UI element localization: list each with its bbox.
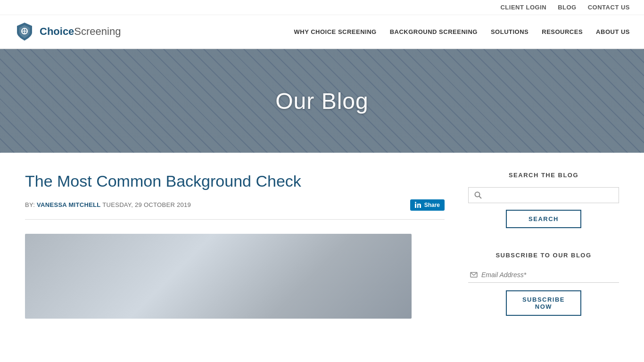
svg-rect-3 bbox=[415, 204, 416, 208]
blog-date: TUESDAY, 29 OCTOBER 2019 bbox=[102, 201, 191, 208]
blog-post-title: The Most Common Background Check bbox=[25, 172, 445, 191]
email-box bbox=[468, 267, 619, 283]
nav-links: WHY CHOICE SCREENING BACKGROUND SCREENIN… bbox=[294, 28, 630, 35]
contact-us-link[interactable]: CONTACT US bbox=[588, 4, 630, 11]
blog-post-image bbox=[25, 234, 412, 319]
subscribe-section: SUBSCRIBE TO OUR BLOG SUBSCRIBE NOW bbox=[468, 252, 619, 316]
sidebar: SEARCH THE BLOG SEARCH SUBSCRIBE TO OUR … bbox=[468, 172, 619, 339]
author-link[interactable]: VANESSA MITCHELL bbox=[37, 201, 101, 208]
subscribe-heading: SUBSCRIBE TO OUR BLOG bbox=[468, 252, 619, 259]
email-icon bbox=[470, 271, 478, 279]
main-nav: ChoiceScreening WHY CHOICE SCREENING BAC… bbox=[0, 15, 644, 49]
divider bbox=[25, 219, 445, 220]
hero-title: Our Blog bbox=[275, 88, 368, 114]
blog-meta: BY: VANESSA MITCHELL TUESDAY, 29 OCTOBER… bbox=[25, 199, 445, 211]
search-button[interactable]: SEARCH bbox=[506, 210, 581, 228]
logo[interactable]: ChoiceScreening bbox=[14, 21, 121, 42]
hero-banner: Our Blog bbox=[0, 49, 644, 153]
search-icon bbox=[474, 191, 482, 199]
email-input[interactable] bbox=[481, 271, 617, 279]
blog-main: The Most Common Background Check BY: VAN… bbox=[25, 172, 445, 339]
blog-meta-left: BY: VANESSA MITCHELL TUESDAY, 29 OCTOBER… bbox=[25, 201, 191, 208]
content-area: The Most Common Background Check BY: VAN… bbox=[11, 153, 633, 358]
search-heading: SEARCH THE BLOG bbox=[468, 172, 619, 179]
top-bar: CLIENT LOGIN BLOG CONTACT US bbox=[0, 0, 644, 15]
svg-point-4 bbox=[415, 202, 416, 203]
nav-resources[interactable]: RESOURCES bbox=[542, 28, 583, 35]
blog-link[interactable]: BLOG bbox=[558, 4, 577, 11]
svg-line-6 bbox=[479, 197, 482, 199]
linkedin-share-button[interactable]: Share bbox=[410, 199, 445, 211]
search-section: SEARCH THE BLOG SEARCH bbox=[468, 172, 619, 228]
search-input[interactable] bbox=[486, 191, 613, 199]
svg-point-5 bbox=[475, 192, 480, 197]
share-label: Share bbox=[424, 202, 440, 208]
by-label: BY: bbox=[25, 201, 35, 208]
nav-why-choice-screening[interactable]: WHY CHOICE SCREENING bbox=[294, 28, 377, 35]
linkedin-icon bbox=[415, 202, 421, 208]
nav-about-us[interactable]: ABOUT US bbox=[596, 28, 630, 35]
nav-solutions[interactable]: SOLUTIONS bbox=[491, 28, 528, 35]
subscribe-button[interactable]: SUBSCRIBE NOW bbox=[506, 290, 581, 316]
logo-shield-icon bbox=[14, 21, 35, 42]
search-box bbox=[468, 187, 619, 203]
logo-text: ChoiceScreening bbox=[40, 25, 121, 38]
client-login-link[interactable]: CLIENT LOGIN bbox=[500, 4, 546, 11]
nav-background-screening[interactable]: BACKGROUND SCREENING bbox=[390, 28, 478, 35]
